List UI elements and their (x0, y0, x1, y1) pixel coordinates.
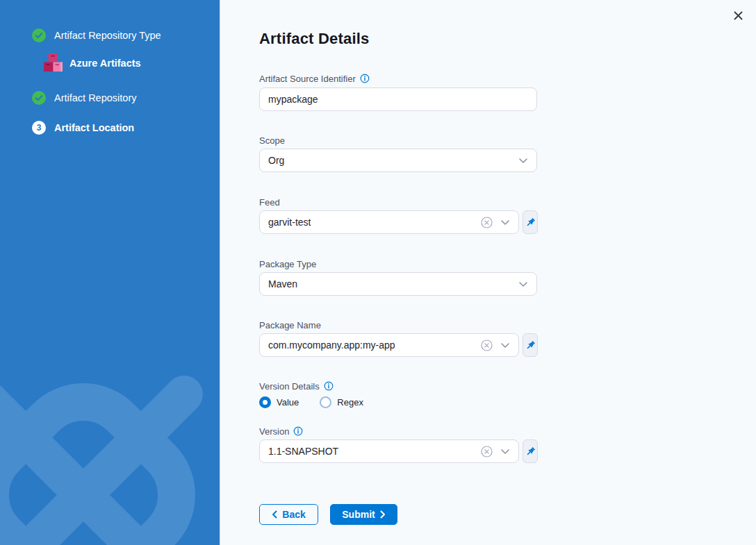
label-text: Package Type (259, 259, 316, 269)
chevron-down-icon (518, 281, 528, 287)
radio-regex[interactable] (320, 396, 331, 408)
feed-select[interactable]: garvit-test (259, 210, 519, 234)
pin-icon (525, 340, 536, 351)
back-button-label: Back (282, 509, 305, 520)
step-label: Artifact Location (54, 122, 134, 133)
submit-button-label: Submit (342, 509, 375, 520)
clear-icon[interactable] (481, 446, 493, 458)
step-number-badge: 3 (32, 121, 46, 135)
info-icon[interactable] (293, 426, 303, 436)
step-label: Artifact Repository (54, 92, 136, 103)
pin-icon (525, 446, 536, 457)
chevron-left-icon (272, 510, 277, 519)
sidebar-step-artifact-repository-type[interactable]: Artifact Repository Type (32, 28, 161, 42)
azure-artifacts-icon (43, 52, 63, 74)
package-type-select[interactable]: Maven (259, 272, 537, 296)
submit-button[interactable]: Submit (330, 504, 397, 525)
package-type-label: Package Type (259, 258, 316, 269)
scope-label: Scope (259, 135, 285, 146)
radio-value[interactable] (259, 396, 271, 408)
identifier-field-wrap (259, 87, 537, 111)
version-pin-button[interactable] (523, 439, 538, 463)
package-name-pin-button[interactable] (523, 333, 538, 357)
pin-icon (525, 217, 536, 228)
info-icon[interactable] (360, 74, 370, 83)
label-text: Feed (259, 197, 280, 208)
substep-label: Azure Artifacts (69, 58, 141, 69)
version-details-radio-group: Value Regex (259, 396, 379, 408)
sidebar-step-artifact-location[interactable]: 3 Artifact Location (32, 121, 134, 135)
feed-value: garvit-test (268, 217, 481, 228)
chevron-down-icon (500, 342, 510, 349)
scope-select[interactable]: Org (259, 149, 537, 172)
wizard-sidebar: Artifact Repository Type Azure Artifacts… (0, 0, 220, 545)
label-text: Package Name (259, 320, 321, 330)
label-text: Scope (259, 135, 285, 146)
back-button[interactable]: Back (259, 504, 318, 525)
sidebar-step-artifact-repository[interactable]: Artifact Repository (32, 91, 136, 105)
package-name-select[interactable]: com.mycompany.app:my-app (259, 333, 519, 357)
close-icon[interactable] (731, 8, 745, 22)
check-icon (32, 91, 46, 105)
clear-icon[interactable] (481, 339, 493, 351)
chevron-down-icon (518, 158, 528, 164)
chevron-down-icon (500, 448, 510, 455)
info-icon[interactable] (324, 381, 334, 391)
package-type-value: Maven (268, 278, 518, 290)
label-text: Artifact Source Identifier (259, 74, 356, 84)
package-name-value: com.mycompany.app:my-app (268, 339, 481, 351)
sidebar-substep-azure-artifacts[interactable]: Azure Artifacts (43, 52, 141, 74)
label-text: Version Details (259, 381, 320, 392)
step-label: Artifact Repository Type (54, 30, 161, 41)
label-text: Version (259, 426, 289, 437)
artifact-details-panel: Artifact Details Artifact Source Identif… (220, 0, 756, 545)
identifier-input[interactable] (268, 94, 528, 105)
version-value: 1.1-SNAPSHOT (268, 446, 481, 457)
page-title: Artifact Details (259, 30, 369, 48)
scope-value: Org (268, 155, 518, 166)
radio-value-label[interactable]: Value (277, 397, 299, 408)
version-label: Version (259, 426, 303, 437)
version-details-label: Version Details (259, 380, 334, 392)
feed-pin-button[interactable] (523, 210, 538, 234)
package-name-label: Package Name (259, 319, 321, 330)
harness-logo-watermark (0, 346, 220, 545)
version-select[interactable]: 1.1-SNAPSHOT (259, 439, 519, 463)
chevron-down-icon (500, 219, 510, 226)
chevron-right-icon (380, 510, 386, 519)
feed-label: Feed (259, 196, 280, 208)
check-icon (32, 28, 46, 42)
identifier-label: Artifact Source Identifier (259, 73, 370, 84)
clear-icon[interactable] (481, 217, 493, 228)
radio-regex-label[interactable]: Regex (337, 397, 363, 408)
